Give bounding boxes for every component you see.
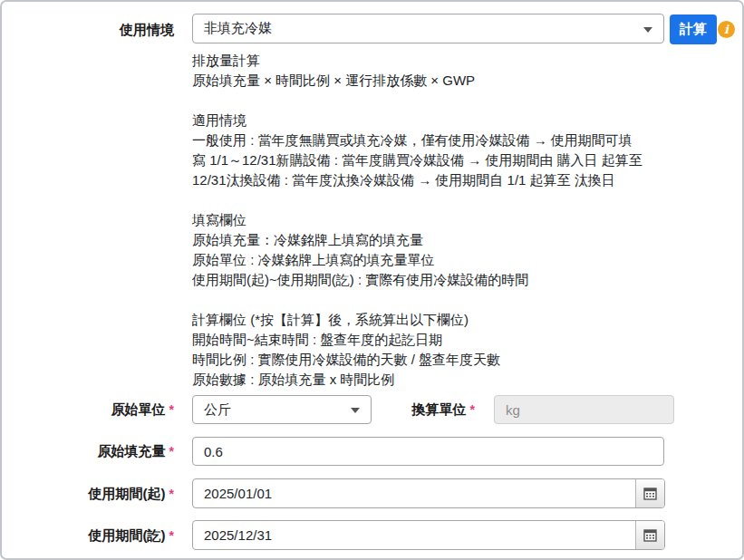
form-card: 使用情境 非填充冷媒 計算 i 排放量計算 原始填充量 × 時間比例 × 運行排… bbox=[0, 0, 744, 560]
original-unit-label-text: 原始單位 bbox=[111, 401, 166, 417]
original-unit-label: 原始單位* bbox=[2, 395, 174, 424]
required-asterisk: * bbox=[169, 487, 174, 501]
converted-unit-input bbox=[494, 395, 674, 424]
scenario-select-value: 非填充冷媒 bbox=[204, 20, 272, 37]
scenario-label-text: 使用情境 bbox=[120, 22, 174, 37]
required-asterisk: * bbox=[169, 402, 174, 417]
period-start-label-text: 使用期間(起) bbox=[89, 486, 166, 501]
required-asterisk: * bbox=[169, 528, 174, 543]
original-fill-label: 原始填充量* bbox=[2, 437, 174, 466]
required-asterisk: * bbox=[470, 402, 475, 417]
required-asterisk: * bbox=[169, 444, 174, 459]
calendar-icon bbox=[643, 487, 657, 500]
converted-unit-label: 換算單位* bbox=[303, 395, 475, 424]
scenario-select[interactable]: 非填充冷媒 bbox=[192, 14, 664, 43]
period-start-calendar-button[interactable] bbox=[635, 479, 664, 507]
help-text: 排放量計算 原始填充量 × 時間比例 × 運行排放係數 × GWP 適用情境 一… bbox=[192, 51, 681, 390]
calculate-button[interactable]: 計算 bbox=[670, 14, 717, 44]
converted-unit-label-text: 換算單位 bbox=[412, 401, 467, 417]
period-end-calendar-button[interactable] bbox=[635, 521, 664, 549]
calendar-icon bbox=[643, 528, 657, 542]
period-end-label: 使用期間(訖)* bbox=[2, 520, 174, 550]
original-fill-label-text: 原始填充量 bbox=[98, 443, 166, 459]
period-start-input[interactable] bbox=[193, 479, 635, 507]
period-start-label: 使用期間(起)* bbox=[2, 478, 174, 508]
period-start-group bbox=[192, 478, 665, 508]
period-end-input[interactable] bbox=[193, 521, 635, 549]
original-unit-select-value: 公斤 bbox=[204, 401, 231, 419]
original-fill-input[interactable] bbox=[192, 437, 664, 466]
scenario-label: 使用情境 bbox=[2, 14, 174, 44]
period-end-group bbox=[192, 520, 665, 550]
period-end-label-text: 使用期間(訖) bbox=[89, 527, 166, 543]
chevron-down-icon bbox=[643, 27, 652, 33]
info-icon[interactable]: i bbox=[718, 21, 735, 38]
